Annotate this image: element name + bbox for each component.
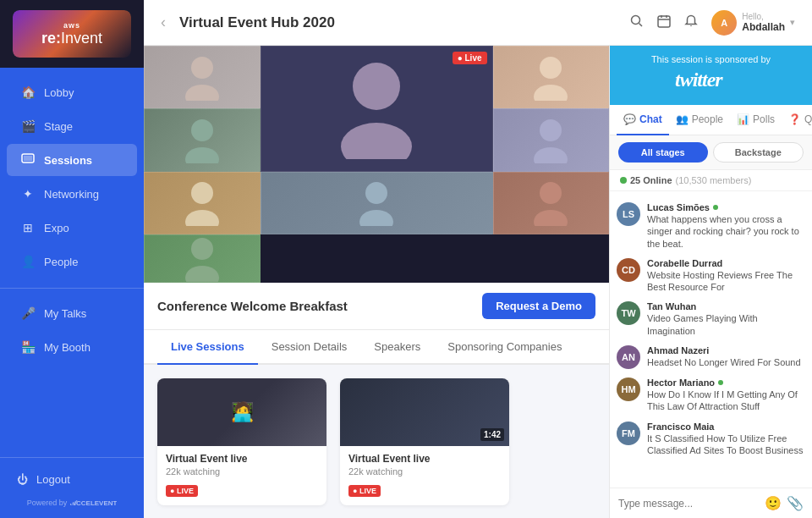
chat-message: CD Corabelle Durrad Website Hosting Revi… (617, 254, 805, 298)
back-button[interactable]: ‹ (161, 14, 166, 31)
svg-point-27 (185, 266, 219, 282)
topbar-icons: A Hello, Abdallah ▾ (630, 10, 795, 36)
chat-msg-text-4: How Do I Know If I M Getting Any Of This… (647, 388, 805, 413)
tab-session-details[interactable]: Session Details (258, 330, 361, 365)
svg-point-15 (534, 85, 568, 101)
tab-speakers[interactable]: Speakers (360, 330, 434, 365)
stage-icon: 🎬 (20, 118, 36, 134)
chat-message: LS Lucas Simões What happens when you cr… (617, 198, 805, 254)
attachment-icon[interactable]: 📎 (787, 495, 804, 511)
video-cell-6 (144, 172, 261, 234)
chat-icon: 💬 (623, 113, 636, 125)
video-cell-main: ● Live (261, 46, 493, 172)
center-panel: ● Live (144, 46, 609, 518)
stage-toggles: All stages Backstage (610, 135, 812, 170)
sidebar-expo-label: Expo (44, 222, 69, 234)
user-info-area: A Hello, Abdallah ▾ (711, 10, 795, 36)
chat-message: AN Ahmad Nazeri Headset No Longer Wired … (617, 341, 805, 373)
right-panel: This session is sponsored by twitter 💬 C… (609, 46, 812, 518)
sidebar-item-my-talks[interactable]: 🎤 My Talks (7, 297, 137, 329)
session-thumb-2: 1:42 (340, 378, 509, 446)
logout-button[interactable]: ⏻ Logout (10, 468, 134, 491)
chat-input[interactable] (618, 498, 760, 510)
chat-messages: LS Lucas Simões What happens when you cr… (610, 191, 812, 488)
session-card-1-title: Virtual Event live (166, 453, 318, 465)
svg-point-3 (632, 15, 640, 24)
chat-msg-text-2: Video Games Playing With Imagination (647, 312, 805, 337)
user-dropdown-arrow[interactable]: ▾ (790, 17, 795, 28)
svg-point-23 (359, 210, 393, 226)
request-demo-button[interactable]: Request a Demo (482, 293, 595, 319)
tab-qa[interactable]: ❓ Q&A (782, 105, 812, 135)
chat-message: HM Hector Mariano How Do I Know If I M G… (617, 373, 805, 417)
user-name: Abdallah (742, 21, 785, 33)
video-cell-5 (493, 108, 610, 171)
search-icon[interactable] (630, 14, 644, 31)
chat-msg-text-5: It S Classified How To Utilize Free Clas… (647, 433, 805, 457)
video-cell-4 (144, 108, 261, 171)
svg-point-18 (540, 119, 562, 141)
svg-point-12 (353, 63, 400, 110)
session-tabs-bar: Live Sessions Session Details Speakers S… (144, 330, 609, 365)
tab-chat[interactable]: 💬 Chat (617, 105, 669, 135)
sidebar-item-my-booth[interactable]: 🏪 My Booth (7, 331, 137, 363)
sidebar-item-stage[interactable]: 🎬 Stage (7, 110, 137, 142)
expo-icon: ⊞ (20, 220, 36, 235)
sessions-icon (20, 152, 36, 168)
sidebar: aws re:Invent 🏠 Lobby 🎬 Stage Sessions ✦… (0, 0, 144, 518)
twitter-logo: twitter (620, 68, 802, 96)
chat-avatar-5: FM (617, 422, 640, 445)
person-silhouette-3 (494, 47, 609, 107)
person-silhouette-1 (145, 47, 260, 107)
tab-people[interactable]: 👥 People (669, 105, 730, 135)
sidebar-item-lobby[interactable]: 🏠 Lobby (7, 76, 137, 108)
chat-msg-body-2: Tan Wuhan Video Games Playing With Imagi… (647, 301, 805, 337)
sidebar-nav: 🏠 Lobby 🎬 Stage Sessions ✦ Networking ⊞ … (0, 68, 144, 457)
video-cell-1 (144, 46, 261, 108)
logout-icon: ⏻ (17, 473, 28, 486)
people-icon: 👤 (20, 254, 36, 269)
session-card-1[interactable]: 🧑‍💻 Virtual Event live 22k watching ● LI… (157, 378, 326, 505)
tab-sponsoring-companies[interactable]: Sponsoring Companies (434, 330, 575, 365)
online-count: 25 Online (10,530 members) (610, 170, 812, 191)
all-stages-button[interactable]: All stages (618, 142, 708, 163)
backstage-button[interactable]: Backstage (713, 142, 804, 163)
person-silhouette-7 (261, 173, 492, 234)
user-info: Hello, Abdallah (742, 12, 785, 33)
chat-avatar-3: AN (617, 345, 640, 369)
tab-polls[interactable]: 📊 Polls (730, 105, 782, 135)
svg-text:𝒜CCELEVENTS: 𝒜CCELEVENTS (70, 499, 117, 506)
chat-msg-name-1: Corabelle Durrad (647, 258, 805, 268)
content-area: ● Live (144, 46, 812, 518)
clock-display: 1:42 (480, 428, 504, 441)
tab-live-sessions[interactable]: Live Sessions (157, 330, 258, 365)
sidebar-item-expo[interactable]: ⊞ Expo (7, 212, 137, 244)
chat-msg-name-0: Lucas Simões (647, 202, 805, 212)
session-card-1-info: Virtual Event live 22k watching ● LIVE (157, 446, 326, 505)
polls-tab-label: Polls (753, 113, 775, 125)
person-silhouette-9 (145, 235, 260, 282)
person-silhouette-main (261, 47, 492, 171)
sidebar-item-sessions[interactable]: Sessions (7, 144, 137, 176)
aws-logo: aws re:Invent (13, 10, 131, 58)
svg-point-10 (191, 57, 213, 79)
online-dot-small (713, 205, 718, 210)
notification-icon[interactable] (684, 14, 698, 31)
calendar-icon[interactable] (657, 14, 671, 31)
chat-msg-body-0: Lucas Simões What happens when you cross… (647, 202, 805, 250)
svg-rect-1 (24, 156, 32, 161)
chat-msg-name-3: Ahmad Nazeri (647, 345, 805, 355)
sidebar-item-people[interactable]: 👤 People (7, 245, 137, 278)
person-silhouette-8 (494, 173, 609, 234)
video-cell-7 (261, 172, 493, 234)
sidebar-sessions-label: Sessions (44, 154, 92, 167)
chat-msg-text-0: What happens when you cross a singer and… (647, 213, 805, 250)
chat-input-area: 🙂 📎 (610, 488, 812, 518)
emoji-icon[interactable]: 🙂 (765, 495, 782, 511)
sidebar-item-networking[interactable]: ✦ Networking (7, 178, 137, 210)
chat-msg-body-3: Ahmad Nazeri Headset No Longer Wired For… (647, 345, 805, 368)
session-card-2[interactable]: 1:42 Virtual Event live 22k watching ● L… (340, 378, 509, 505)
chat-avatar-2: TW (617, 301, 640, 325)
user-avatar: A (711, 10, 737, 36)
chat-message: FM Francisco Maia It S Classified How To… (617, 417, 805, 461)
